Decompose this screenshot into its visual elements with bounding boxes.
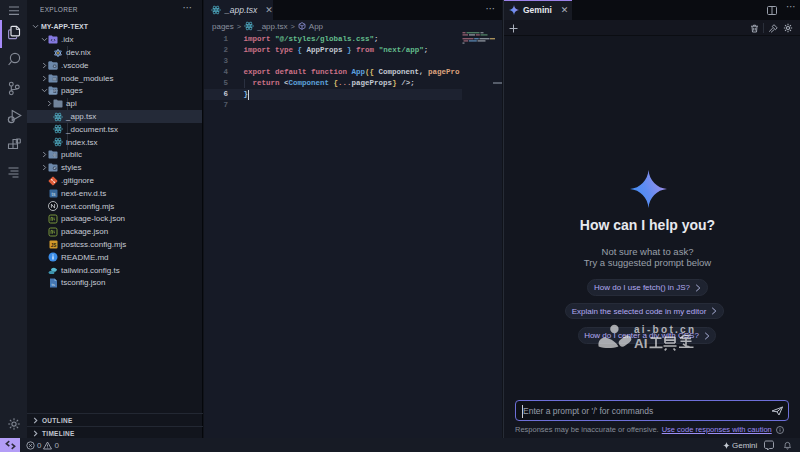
svg-text:JS: JS (50, 243, 56, 248)
svg-text:ts: ts (51, 190, 55, 196)
svg-text:AI: AI (634, 336, 648, 351)
svg-text:ai-bot.cn: ai-bot.cn (634, 324, 696, 335)
